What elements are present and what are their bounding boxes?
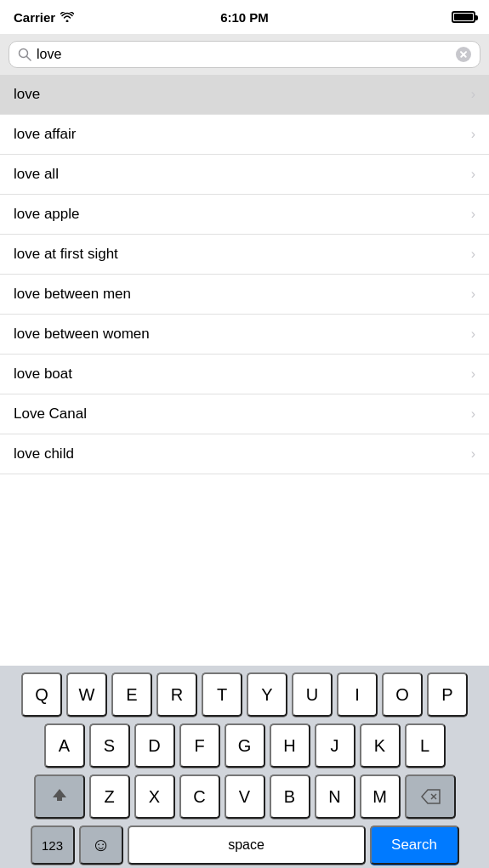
key-s[interactable]: S — [89, 723, 130, 768]
search-icon — [18, 48, 31, 61]
results-list: love › love affair › love all › love app… — [0, 75, 489, 666]
list-item[interactable]: love › — [0, 75, 489, 115]
key-x[interactable]: X — [134, 774, 175, 819]
key-v[interactable]: V — [225, 774, 265, 819]
keyboard-bottom-row: 123 ☺ space Search — [3, 825, 486, 865]
key-f[interactable]: F — [179, 723, 220, 768]
result-text: love — [14, 86, 40, 103]
shift-icon — [51, 786, 68, 808]
key-a[interactable]: A — [44, 723, 85, 768]
key-c[interactable]: C — [179, 774, 220, 819]
list-item[interactable]: Love Canal › — [0, 394, 489, 434]
chevron-right-icon: › — [471, 167, 475, 182]
emoji-icon: ☺ — [91, 834, 110, 856]
result-text: love affair — [14, 126, 76, 143]
carrier-info: Carrier — [14, 10, 74, 25]
chevron-right-icon: › — [471, 366, 475, 382]
svg-line-1 — [27, 57, 31, 61]
key-r[interactable]: R — [156, 672, 197, 717]
key-g[interactable]: G — [225, 723, 265, 768]
keyboard-row-2: ASDFGHJKL — [3, 723, 486, 768]
result-text: love all — [14, 166, 59, 183]
list-item[interactable]: love affair › — [0, 115, 489, 155]
status-time: 6:10 PM — [220, 10, 269, 25]
result-text: love apple — [14, 206, 80, 223]
search-bar-container — [0, 34, 489, 75]
result-text: Love Canal — [14, 406, 87, 423]
keyboard-row-3: ZXCVBNM — [3, 774, 486, 819]
key-b[interactable]: B — [270, 774, 310, 819]
chevron-right-icon: › — [471, 446, 475, 462]
key-o[interactable]: O — [382, 672, 423, 717]
battery-icon — [452, 11, 475, 23]
chevron-right-icon: › — [471, 326, 475, 342]
keyboard-row-1: QWERTYUIOP — [3, 672, 486, 717]
list-item[interactable]: love between women › — [0, 315, 489, 355]
space-label: space — [228, 837, 264, 853]
chevron-right-icon: › — [471, 286, 475, 302]
result-text: love child — [14, 445, 74, 462]
key-u[interactable]: U — [292, 672, 333, 717]
keyboard: QWERTYUIOP ASDFGHJKL ZXCVBNM 123 ☺ spa — [0, 666, 489, 868]
key-d[interactable]: D — [134, 723, 175, 768]
key-t[interactable]: T — [202, 672, 242, 717]
key-p[interactable]: P — [427, 672, 468, 717]
battery-area — [452, 11, 475, 23]
result-text: love between women — [14, 326, 150, 343]
chevron-right-icon: › — [471, 247, 475, 262]
list-item[interactable]: love at first sight › — [0, 235, 489, 275]
result-text: love boat — [14, 366, 72, 383]
key-q[interactable]: Q — [21, 672, 62, 717]
num-label: 123 — [42, 838, 63, 853]
search-key[interactable]: Search — [370, 825, 459, 865]
result-text: love between men — [14, 286, 131, 303]
key-w[interactable]: W — [66, 672, 107, 717]
num-key[interactable]: 123 — [31, 825, 75, 865]
clear-button[interactable] — [456, 47, 471, 62]
key-m[interactable]: M — [360, 774, 401, 819]
delete-key[interactable] — [405, 774, 456, 819]
wifi-icon — [60, 12, 74, 22]
list-item[interactable]: love boat › — [0, 355, 489, 394]
chevron-right-icon: › — [471, 87, 475, 102]
space-key[interactable]: space — [128, 825, 366, 865]
shift-key[interactable] — [34, 774, 85, 819]
chevron-right-icon: › — [471, 406, 475, 422]
list-item[interactable]: love apple › — [0, 195, 489, 235]
key-i[interactable]: I — [337, 672, 378, 717]
result-text: love at first sight — [14, 246, 118, 263]
list-item[interactable]: love between men › — [0, 275, 489, 315]
key-e[interactable]: E — [111, 672, 152, 717]
status-bar: Carrier 6:10 PM — [0, 0, 489, 34]
search-key-label: Search — [391, 837, 437, 854]
key-j[interactable]: J — [315, 723, 355, 768]
search-input[interactable] — [37, 47, 451, 62]
carrier-label: Carrier — [14, 10, 55, 25]
list-item[interactable]: love child › — [0, 434, 489, 474]
delete-icon — [420, 789, 441, 804]
key-h[interactable]: H — [270, 723, 310, 768]
key-k[interactable]: K — [360, 723, 401, 768]
key-l[interactable]: L — [405, 723, 446, 768]
svg-marker-2 — [53, 789, 66, 801]
emoji-key[interactable]: ☺ — [79, 825, 123, 865]
list-item[interactable]: love all › — [0, 155, 489, 195]
key-y[interactable]: Y — [247, 672, 287, 717]
key-n[interactable]: N — [315, 774, 355, 819]
chevron-right-icon: › — [471, 207, 475, 222]
chevron-right-icon: › — [471, 127, 475, 142]
key-z[interactable]: Z — [89, 774, 130, 819]
search-bar — [9, 41, 480, 68]
